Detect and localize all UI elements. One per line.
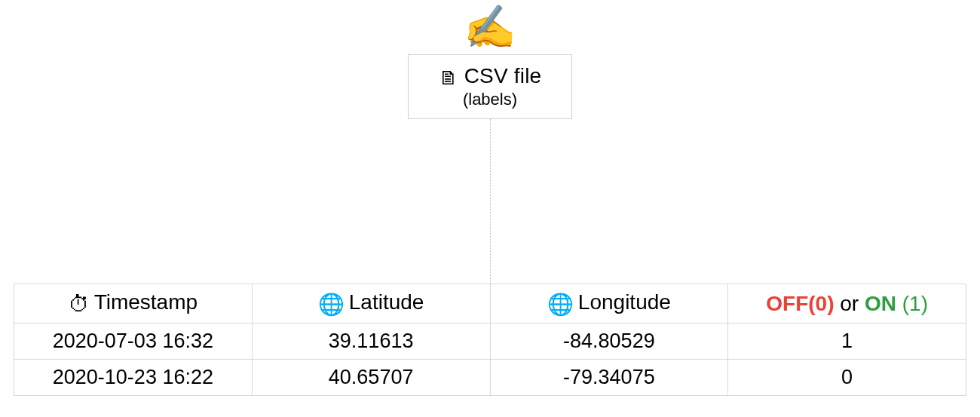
document-icon: 🗎	[439, 68, 458, 87]
or-text: or	[835, 292, 865, 315]
globe-icon: 🌐	[318, 292, 345, 317]
cell-label: 0	[728, 360, 966, 396]
csv-file-subtitle: (labels)	[463, 90, 517, 109]
col-header-latitude-text: Latitude	[349, 290, 424, 314]
cell-latitude: 39.11613	[252, 323, 490, 360]
cell-label: 1	[728, 323, 966, 360]
csv-file-title: CSV file	[464, 64, 542, 88]
labels-table: ⏱Timestamp 🌐Latitude 🌐Longitude OFF(0) o…	[14, 284, 966, 396]
connector-line	[490, 119, 491, 284]
cell-latitude: 40.65707	[252, 360, 490, 396]
cell-timestamp: 2020-10-23 16:22	[14, 360, 253, 396]
col-header-longitude: 🌐Longitude	[490, 284, 728, 323]
cell-longitude: -84.80529	[490, 323, 728, 360]
col-header-longitude-text: Longitude	[578, 290, 671, 314]
writing-hand-icon: ✍️	[464, 6, 516, 48]
col-header-timestamp: ⏱Timestamp	[14, 284, 253, 323]
on-value: (1)	[896, 292, 928, 315]
col-header-label: OFF(0) or ON (1)	[728, 284, 966, 323]
globe-icon: 🌐	[547, 292, 574, 317]
on-text: ON	[865, 292, 896, 315]
cell-timestamp: 2020-07-03 16:32	[14, 323, 253, 360]
csv-file-node: 🗎 CSV file (labels)	[408, 54, 572, 119]
col-header-timestamp-text: Timestamp	[94, 290, 198, 314]
diagram-canvas: ✍️ 🗎 CSV file (labels) ⏱Timestamp 🌐Latit…	[0, 0, 980, 417]
off-value: (0)	[808, 292, 834, 315]
col-header-latitude: 🌐Latitude	[252, 284, 490, 323]
cell-longitude: -79.34075	[490, 360, 728, 396]
off-text: OFF	[766, 292, 808, 315]
table-row: 2020-10-23 16:22 40.65707 -79.34075 0	[14, 360, 966, 396]
table-row: 2020-07-03 16:32 39.11613 -84.80529 1	[14, 323, 966, 360]
table-header-row: ⏱Timestamp 🌐Latitude 🌐Longitude OFF(0) o…	[14, 284, 966, 323]
stopwatch-icon: ⏱	[69, 292, 90, 317]
csv-file-title-row: 🗎 CSV file	[439, 64, 542, 88]
